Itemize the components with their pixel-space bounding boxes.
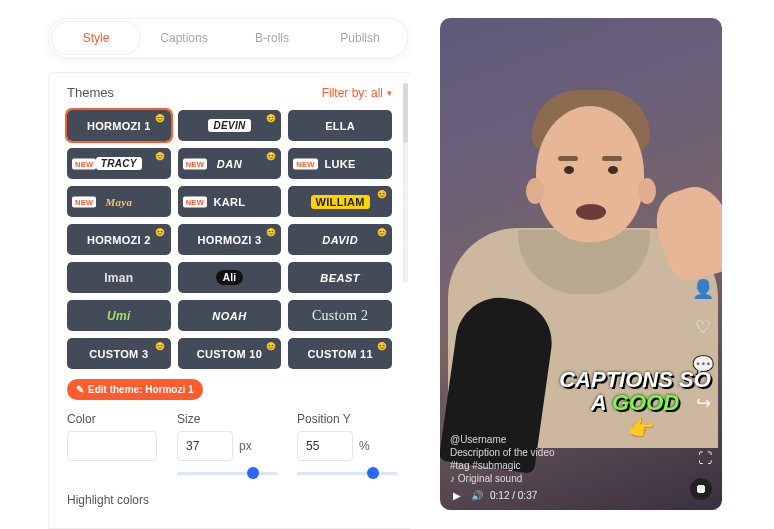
theme-beast[interactable]: BEAST [288, 262, 392, 293]
size-slider[interactable] [177, 472, 277, 475]
chevron-down-icon: ▾ [387, 88, 392, 98]
theme-label: KARL [214, 196, 246, 208]
theme-david[interactable]: DAVID😊 [288, 224, 392, 255]
emoji-badge-icon: 😊 [266, 152, 276, 161]
preview-username: @Username [450, 434, 712, 445]
emoji-badge-icon: 😊 [155, 114, 165, 123]
theme-label: Maya [105, 196, 132, 208]
theme-label: HORMOZI 1 [87, 120, 151, 132]
new-badge: New [72, 158, 96, 169]
theme-grid: HORMOZI 1😊Devin😊ELLANewTRACY😊NewDAN😊NewL… [67, 110, 392, 369]
preview-description: Description of the video [450, 447, 712, 458]
theme-label: CUSTOM 3 [89, 348, 148, 360]
tab-publish[interactable]: Publish [316, 22, 404, 54]
theme-karl[interactable]: NewKARL [178, 186, 282, 217]
theme-label: CUSTOM 10 [197, 348, 262, 360]
theme-label: NOAH [212, 310, 246, 322]
themes-filter[interactable]: Filter by: all ▾ [322, 86, 392, 100]
theme-label: Umi [107, 309, 131, 323]
emoji-badge-icon: 😊 [266, 114, 276, 123]
theme-noah[interactable]: NOAH [178, 300, 282, 331]
style-panel: Themes Filter by: all ▾ HORMOZI 1😊Devin😊… [48, 72, 410, 529]
theme-label: Ali [216, 270, 244, 285]
new-badge: New [72, 196, 96, 207]
theme-label: Custom 2 [312, 308, 368, 324]
theme-umi[interactable]: Umi [67, 300, 171, 331]
tab-bar: Style Captions B-rolls Publish [48, 18, 408, 58]
theme-custom-3[interactable]: CUSTOM 3😊 [67, 338, 171, 369]
theme-label: CUSTOM 11 [307, 348, 372, 360]
emoji-badge-icon: 😊 [266, 342, 276, 351]
preview-time: 0:12 / 0:37 [490, 490, 537, 501]
theme-luke[interactable]: NewLUKE [288, 148, 392, 179]
panel-scrollbar[interactable] [403, 83, 408, 283]
emoji-badge-icon: 😊 [155, 152, 165, 161]
posy-slider[interactable] [297, 472, 397, 475]
play-icon[interactable]: ▶ [450, 488, 464, 502]
caption-overlay: CAPTIONS SO A GOOD [550, 368, 720, 414]
theme-label: HORMOZI 2 [87, 234, 151, 246]
theme-custom-2[interactable]: Custom 2 [288, 300, 392, 331]
preview-sound: ♪ Original sound [450, 473, 712, 484]
theme-hormozi-3[interactable]: HORMOZI 3😊 [178, 224, 282, 255]
like-icon[interactable]: ♡ [695, 316, 711, 338]
size-label: Size [177, 412, 277, 426]
emoji-badge-icon: 😊 [377, 228, 387, 237]
posy-input[interactable] [297, 431, 353, 461]
theme-label: ELLA [325, 120, 355, 132]
posy-unit: % [359, 439, 370, 453]
theme-label: Devin [208, 119, 250, 132]
video-preview[interactable]: 👤 ♡ 💬 ↪ CAPTIONS SO A GOOD 👉 @Username D… [440, 18, 722, 510]
posy-label: Position Y [297, 412, 397, 426]
fullscreen-icon[interactable]: ⛶ [698, 450, 712, 466]
theme-custom-11[interactable]: CUSTOM 11😊 [288, 338, 392, 369]
size-unit: px [239, 439, 252, 453]
theme-hormozi-2[interactable]: HORMOZI 2😊 [67, 224, 171, 255]
themes-heading: Themes [67, 85, 114, 100]
tab-brolls[interactable]: B-rolls [228, 22, 316, 54]
emoji-badge-icon: 😊 [377, 342, 387, 351]
pencil-icon: ✎ [76, 384, 84, 395]
theme-label: Iman [104, 271, 133, 285]
edit-theme-label: Edit theme: Hormozi 1 [88, 384, 194, 395]
theme-dan[interactable]: NewDAN😊 [178, 148, 282, 179]
preview-meta: @Username Description of the video #tag … [440, 432, 722, 510]
theme-label: HORMOZI 3 [198, 234, 262, 246]
theme-tracy[interactable]: NewTRACY😊 [67, 148, 171, 179]
theme-label: LUKE [325, 158, 356, 170]
filter-label: Filter by: all [322, 86, 383, 100]
theme-hormozi-1[interactable]: HORMOZI 1😊 [67, 110, 171, 141]
sound-disc-icon[interactable] [690, 478, 712, 500]
emoji-badge-icon: 😊 [155, 228, 165, 237]
edit-theme-button[interactable]: ✎ Edit theme: Hormozi 1 [67, 379, 203, 400]
volume-icon[interactable]: 🔊 [470, 488, 484, 502]
theme-custom-10[interactable]: CUSTOM 10😊 [178, 338, 282, 369]
tab-captions[interactable]: Captions [140, 22, 228, 54]
theme-maya[interactable]: NewMaya [67, 186, 171, 217]
emoji-badge-icon: 😊 [155, 342, 165, 351]
theme-label: TRACY [96, 157, 142, 170]
emoji-badge-icon: 😊 [377, 190, 387, 199]
theme-iman[interactable]: Iman [67, 262, 171, 293]
color-input[interactable] [67, 431, 157, 461]
theme-ella[interactable]: ELLA [288, 110, 392, 141]
emoji-badge-icon: 😊 [266, 228, 276, 237]
size-input[interactable] [177, 431, 233, 461]
new-badge: New [183, 196, 207, 207]
theme-label: DAN [217, 158, 242, 170]
theme-label: WILLIAM [311, 195, 370, 209]
profile-icon[interactable]: 👤 [692, 278, 714, 300]
theme-label: DAVID [322, 234, 358, 246]
theme-devin[interactable]: Devin😊 [178, 110, 282, 141]
highlight-colors-heading: Highlight colors [67, 493, 392, 507]
preview-tags: #tag #submagic [450, 460, 712, 471]
theme-label: BEAST [320, 272, 360, 284]
tab-style[interactable]: Style [52, 22, 140, 54]
new-badge: New [293, 158, 317, 169]
new-badge: New [183, 158, 207, 169]
theme-ali[interactable]: Ali [178, 262, 282, 293]
theme-william[interactable]: WILLIAM😊 [288, 186, 392, 217]
color-label: Color [67, 412, 157, 426]
